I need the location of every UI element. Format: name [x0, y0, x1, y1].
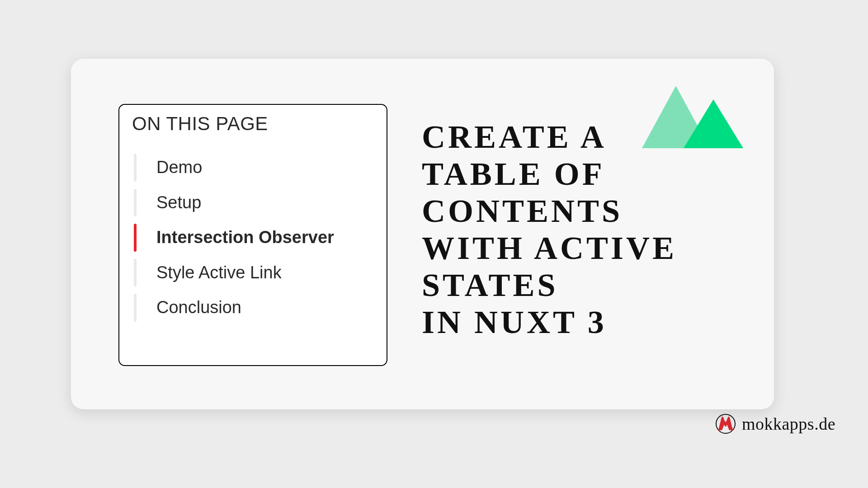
mokkapps-logo-icon	[716, 414, 736, 434]
toc-item-intersection-observer[interactable]: Intersection Observer	[132, 220, 374, 255]
toc-panel: ON THIS PAGE Demo Setup Intersection Obs…	[118, 104, 387, 366]
toc-item-label: Setup	[156, 193, 201, 212]
nuxt-logo-icon	[637, 80, 747, 153]
toc-list: Demo Setup Intersection Observer Style A…	[132, 150, 374, 325]
toc-item-label: Intersection Observer	[156, 228, 334, 247]
toc-item-label: Conclusion	[156, 298, 241, 317]
hero-card: ON THIS PAGE Demo Setup Intersection Obs…	[71, 59, 774, 409]
toc-heading: ON THIS PAGE	[132, 113, 374, 135]
brand-text: mokkapps.de	[742, 414, 835, 434]
toc-item-setup[interactable]: Setup	[132, 185, 374, 221]
brand-footer[interactable]: mokkapps.de	[716, 414, 835, 434]
toc-item-style-active-link[interactable]: Style Active Link	[132, 255, 374, 291]
toc-item-label: Style Active Link	[156, 263, 282, 282]
toc-item-label: Demo	[156, 158, 202, 177]
toc-item-demo[interactable]: Demo	[132, 150, 374, 185]
toc-item-conclusion[interactable]: Conclusion	[132, 290, 374, 325]
